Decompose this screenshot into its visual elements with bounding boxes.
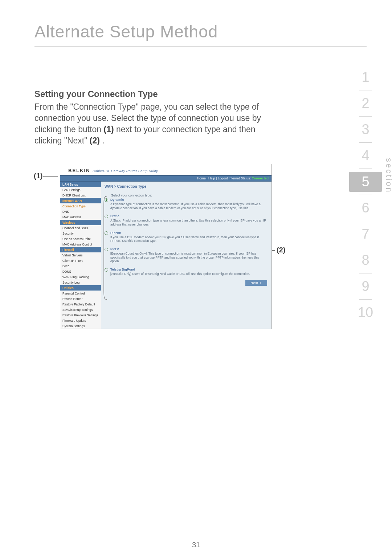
internet-status-value: Connected xyxy=(252,176,269,180)
sidebar-item[interactable]: LAN Settings xyxy=(60,187,101,192)
option-title: PPPoE xyxy=(110,231,267,235)
option-desc: A Dynamic type of connection is the most… xyxy=(110,202,267,210)
radio-button[interactable] xyxy=(105,215,108,218)
sidebar-item[interactable]: System Settings xyxy=(60,323,101,329)
connection-option: Telstra BigPond[Australia Only] Users of… xyxy=(105,268,267,278)
sidebar-header: Firewall xyxy=(60,247,101,252)
sidebar-item[interactable]: Connection Type xyxy=(60,203,101,209)
sidebar-item[interactable]: Restart Router xyxy=(60,296,101,301)
radio-button[interactable] xyxy=(105,231,108,235)
sidebar-header: LAN Setup xyxy=(60,182,101,187)
section-number: 10 xyxy=(349,303,382,322)
sidebar-item[interactable]: DDNS xyxy=(60,269,101,274)
topbar-links[interactable]: Home | Help | Logout Internet Status: xyxy=(197,176,252,180)
sidebar-item[interactable]: DHCP Client List xyxy=(60,192,101,198)
option-desc: If you use a DSL modem and/or your ISP g… xyxy=(110,235,267,243)
para-bold-2: (2) xyxy=(90,136,100,145)
radio-button[interactable] xyxy=(105,248,108,251)
para-text-c: . xyxy=(102,136,104,145)
sidebar-item[interactable]: Restore Previous Settings xyxy=(60,312,101,318)
callout-1: (1) xyxy=(34,172,42,180)
section-divider xyxy=(359,90,372,90)
sidebar-item[interactable]: Client IP Filters xyxy=(60,258,101,263)
sidebar-item[interactable]: MAC Address xyxy=(60,214,101,220)
section-label: section xyxy=(384,158,392,194)
section-divider xyxy=(359,169,372,169)
router-brand-sub: Cable/DSL Gateway Router Setup Utility xyxy=(93,169,158,173)
sidebar-item[interactable]: Channel and SSID xyxy=(60,225,101,231)
sidebar-item[interactable]: Parental Control xyxy=(60,291,101,296)
sidebar-item[interactable]: Security xyxy=(60,231,101,236)
option-desc: [Australia Only] Users of Telstra BigPon… xyxy=(110,272,267,276)
page-number: 31 xyxy=(0,541,392,549)
section-divider xyxy=(359,142,372,143)
option-title: Dynamic xyxy=(110,198,267,202)
sidebar-item[interactable]: Restore Factory Default xyxy=(60,301,101,307)
router-breadcrumb: WAN > Connection Type xyxy=(105,184,267,188)
section-number: 4 xyxy=(349,146,382,166)
sidebar-item[interactable]: MAC Address Control xyxy=(60,242,101,247)
sidebar-item[interactable]: Virtual Servers xyxy=(60,252,101,258)
sidebar-header: Utilities xyxy=(60,285,101,291)
sidebar-item[interactable]: DNS xyxy=(60,209,101,214)
select-connection-label: Select your connection type: xyxy=(111,194,267,197)
page-title: Alternate Setup Method xyxy=(34,22,367,47)
sidebar-item[interactable]: Use as Access Point xyxy=(60,236,101,242)
section-divider xyxy=(359,116,372,117)
callout-2: (2) xyxy=(277,246,285,254)
sidebar-header: Wireless xyxy=(60,220,101,225)
sidebar-header: Internet WAN xyxy=(60,198,101,203)
section-divider xyxy=(359,195,372,195)
sidebar-item[interactable]: Save/Backup Settings xyxy=(60,307,101,312)
connection-option: StaticA Static IP address connection typ… xyxy=(105,214,267,228)
next-button[interactable]: Next > xyxy=(245,280,267,286)
section-divider xyxy=(359,273,372,273)
router-ui-screenshot: BELKIN Cable/DSL Gateway Router Setup Ut… xyxy=(60,164,272,329)
connection-option: PPPoEIf you use a DSL modem and/or your … xyxy=(105,231,267,245)
sidebar-item[interactable]: DMZ xyxy=(60,263,101,269)
sidebar-item[interactable]: WAN Ping Blocking xyxy=(60,274,101,280)
section-number: 7 xyxy=(349,224,382,244)
option-desc: [European Countries Only]. This type of … xyxy=(110,252,267,263)
section-number: 8 xyxy=(349,250,382,270)
router-main-panel: WAN > Connection Type Select your connec… xyxy=(101,182,271,329)
router-brand: BELKIN xyxy=(68,168,90,173)
section-divider xyxy=(359,221,372,221)
option-title: Telstra BigPond xyxy=(110,268,267,271)
section-number: 5 xyxy=(349,172,382,192)
radio-button[interactable] xyxy=(105,268,108,272)
connection-option: DynamicA Dynamic type of connection is t… xyxy=(105,198,267,212)
body-paragraph: From the "Connection Type" page, you can… xyxy=(34,101,285,146)
radio-button[interactable] xyxy=(105,198,108,202)
router-topbar: Home | Help | Logout Internet Status: Co… xyxy=(60,175,271,182)
option-title: PPTP xyxy=(110,247,267,251)
sidebar-item[interactable]: Security Log xyxy=(60,280,101,285)
section-index: 12345678910 section xyxy=(349,67,382,322)
section-divider xyxy=(359,299,372,300)
sidebar-item[interactable]: Firmware Update xyxy=(60,318,101,323)
section-number: 2 xyxy=(349,93,382,113)
option-title: Static xyxy=(110,214,267,218)
section-number: 6 xyxy=(349,198,382,218)
section-heading: Setting your Connection Type xyxy=(34,89,367,99)
option-desc: A Static IP address connection type is l… xyxy=(110,219,267,226)
para-bold-1: (1) xyxy=(104,125,114,134)
router-sidebar: LAN SetupLAN SettingsDHCP Client ListInt… xyxy=(60,182,101,329)
section-number: 1 xyxy=(349,67,382,87)
section-number: 9 xyxy=(349,276,382,296)
section-divider xyxy=(359,247,372,247)
section-number: 3 xyxy=(349,119,382,139)
connection-option: PPTP[European Countries Only]. This type… xyxy=(105,247,267,265)
